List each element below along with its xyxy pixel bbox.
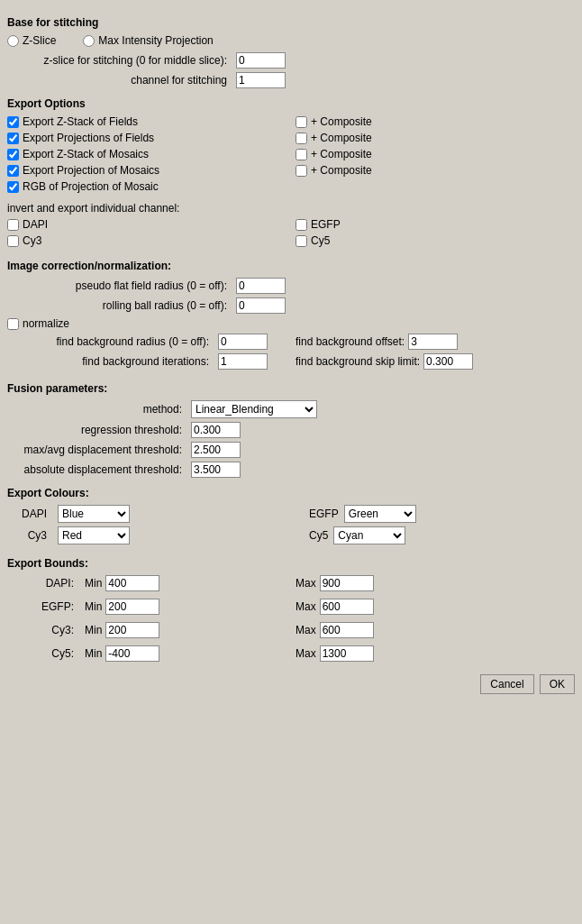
abs-input[interactable]: 3.500 xyxy=(191,462,241,478)
cb-export-zstack-mosaics-label: Export Z-Stack of Mosaics xyxy=(23,148,149,160)
cb-cy3[interactable] xyxy=(7,235,19,247)
cb-dapi[interactable] xyxy=(7,219,19,231)
fusion-params-section: Fusion parameters: method: Linear_Blendi… xyxy=(7,382,575,478)
bounds-dapi-max-input[interactable] xyxy=(320,575,374,591)
cy3-colour-label: Cy3 xyxy=(7,529,52,542)
maxavg-label: max/avg displacement threshold: xyxy=(7,444,187,456)
bounds-egfp-max-input[interactable] xyxy=(320,599,374,615)
pseudo-flat-input[interactable]: 0 xyxy=(236,278,286,294)
dapi-colour-label: DAPI xyxy=(7,508,52,520)
ok-button[interactable]: OK xyxy=(540,674,575,694)
cb-export-zstack-mosaics[interactable] xyxy=(7,149,19,160)
radio-max-intensity[interactable] xyxy=(83,35,95,47)
bounds-dapi-min-input[interactable] xyxy=(105,575,159,591)
cb-export-rgb-projection-label: RGB of Projection of Mosaic xyxy=(23,180,159,193)
bounds-dapi-max-label: Max xyxy=(296,577,316,590)
cancel-button[interactable]: Cancel xyxy=(480,674,533,694)
bounds-cy3-min-label: Min xyxy=(85,624,102,636)
bounds-cy3-min-input[interactable] xyxy=(105,622,159,638)
find-bg-skip-label: find background skip limit: xyxy=(296,355,420,368)
radio-max-intensity-label: Max Intensity Projection xyxy=(98,34,213,47)
export-colours-title: Export Colours: xyxy=(7,487,575,499)
zslice-input[interactable]: 0 xyxy=(236,52,286,69)
composite-label-3: + Composite xyxy=(311,148,372,160)
normalize-label: normalize xyxy=(23,317,69,330)
find-bg-offset-input[interactable]: 3 xyxy=(408,334,458,350)
bounds-cy3-label: Cy3: xyxy=(7,624,79,636)
egfp-colour-label: EGFP xyxy=(309,508,339,520)
base-for-stitching-section: Base for stitching Z-Slice Max Intensity… xyxy=(7,16,575,88)
export-options-section: Export Options Export Z-Stack of Fields … xyxy=(7,97,575,251)
find-bg-offset-label: find background offset: xyxy=(296,335,405,348)
radio-zslice[interactable] xyxy=(7,35,19,47)
bounds-cy5-max-label: Max xyxy=(296,647,316,660)
export-options-title: Export Options xyxy=(7,97,575,110)
cb-export-zstack-fields-label: Export Z-Stack of Fields xyxy=(23,115,138,128)
cy3-label: Cy3 xyxy=(23,234,41,247)
cb-composite-4[interactable] xyxy=(296,165,307,177)
find-bg-iter-label: find background iterations: xyxy=(7,355,214,368)
cb-export-projection-mosaics[interactable] xyxy=(7,165,19,177)
bounds-egfp-max-label: Max xyxy=(296,600,316,613)
fusion-params-title: Fusion parameters: xyxy=(7,382,575,395)
bounds-dapi-label: DAPI: xyxy=(7,577,79,590)
export-bounds-title: Export Bounds: xyxy=(7,557,575,570)
footer: Cancel OK xyxy=(7,674,575,694)
cb-normalize[interactable] xyxy=(7,318,19,330)
bounds-cy5-max-input[interactable] xyxy=(320,645,374,662)
cb-export-projections-fields[interactable] xyxy=(7,133,19,144)
cb-egfp[interactable] xyxy=(296,219,307,231)
rolling-ball-input[interactable]: 0 xyxy=(236,297,286,314)
export-bounds-section: Export Bounds: DAPI: Min Max EGFP: Min xyxy=(7,557,575,665)
bounds-cy5-min-label: Min xyxy=(85,647,102,660)
cy5-colour-label: Cy5 xyxy=(309,529,328,542)
cb-composite-3[interactable] xyxy=(296,149,307,160)
bounds-cy3-max-input[interactable] xyxy=(320,622,374,638)
channel-input[interactable]: 1 xyxy=(236,72,286,88)
bounds-dapi-min-label: Min xyxy=(85,577,102,590)
channel-label: channel for stitching xyxy=(7,74,232,87)
invert-label: invert and export individual channel: xyxy=(7,202,179,215)
cy5-colour-select[interactable]: Cyan Blue Red Green Magenta Yellow Grays xyxy=(333,526,405,544)
bounds-cy5-min-input[interactable] xyxy=(105,645,159,662)
regression-input[interactable]: 0.300 xyxy=(191,422,241,438)
export-colours-section: Export Colours: DAPI Blue Red Green Cyan… xyxy=(7,487,575,548)
method-label: method: xyxy=(7,403,187,416)
cb-export-projections-fields-label: Export Projections of Fields xyxy=(23,132,154,144)
maxavg-input[interactable]: 2.500 xyxy=(191,442,241,458)
bounds-egfp-min-input[interactable] xyxy=(105,599,159,615)
rolling-ball-label: rolling ball radius (0 = off): xyxy=(7,299,232,312)
radio-zslice-label: Z-Slice xyxy=(23,34,56,47)
find-bg-iter-input[interactable]: 1 xyxy=(218,353,268,370)
regression-label: regression threshold: xyxy=(7,424,187,436)
dapi-label: DAPI xyxy=(23,218,48,231)
cb-composite-2[interactable] xyxy=(296,133,307,144)
find-bg-radius-input[interactable]: 0 xyxy=(218,334,268,350)
base-for-stitching-title: Base for stitching xyxy=(7,16,575,29)
zslice-label: z-slice for stitching (0 for middle slic… xyxy=(7,54,232,67)
egfp-label: EGFP xyxy=(311,218,341,231)
bounds-egfp-min-label: Min xyxy=(85,600,102,613)
cy3-colour-select[interactable]: Red Blue Green Cyan Magenta Yellow Grays xyxy=(58,526,130,544)
image-correction-section: Image correction/normalization: pseudo f… xyxy=(7,260,575,373)
composite-label-1: + Composite xyxy=(311,115,372,128)
composite-label-4: + Composite xyxy=(311,164,372,177)
bounds-cy5-label: Cy5: xyxy=(7,647,79,660)
cb-export-rgb-projection[interactable] xyxy=(7,181,19,193)
composite-label-2: + Composite xyxy=(311,132,372,144)
cy5-label: Cy5 xyxy=(311,234,330,247)
pseudo-flat-label: pseudo flat field radius (0 = off): xyxy=(7,279,232,292)
cb-export-projection-mosaics-label: Export Projection of Mosaics xyxy=(23,164,159,177)
bounds-egfp-label: EGFP: xyxy=(7,600,79,613)
dapi-colour-select[interactable]: Blue Red Green Cyan Magenta Yellow Grays xyxy=(58,505,130,523)
method-select[interactable]: Linear_Blending Average Median Max. Inte… xyxy=(191,400,317,418)
find-bg-skip-input[interactable]: 0.300 xyxy=(423,353,473,370)
egfp-colour-select[interactable]: Green Blue Red Cyan Magenta Yellow Grays xyxy=(344,505,416,523)
abs-label: absolute displacement threshold: xyxy=(7,463,187,476)
cb-composite-1[interactable] xyxy=(296,116,307,128)
cb-export-zstack-fields[interactable] xyxy=(7,116,19,128)
cb-cy5[interactable] xyxy=(296,235,307,247)
image-correction-title: Image correction/normalization: xyxy=(7,260,575,272)
bounds-cy3-max-label: Max xyxy=(296,624,316,636)
find-bg-radius-label: find background radius (0 = off): xyxy=(7,335,214,348)
